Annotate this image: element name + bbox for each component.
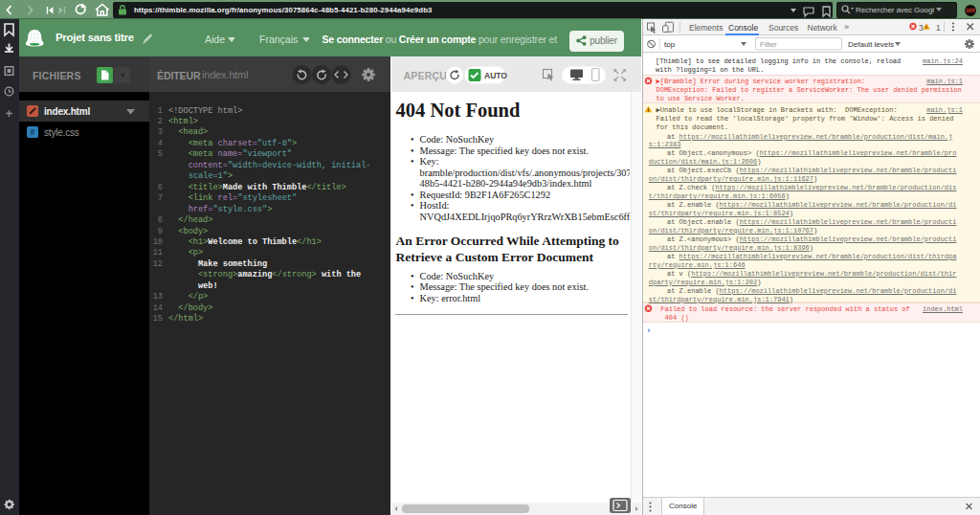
svg-text:AUTO: AUTO xyxy=(484,71,507,80)
